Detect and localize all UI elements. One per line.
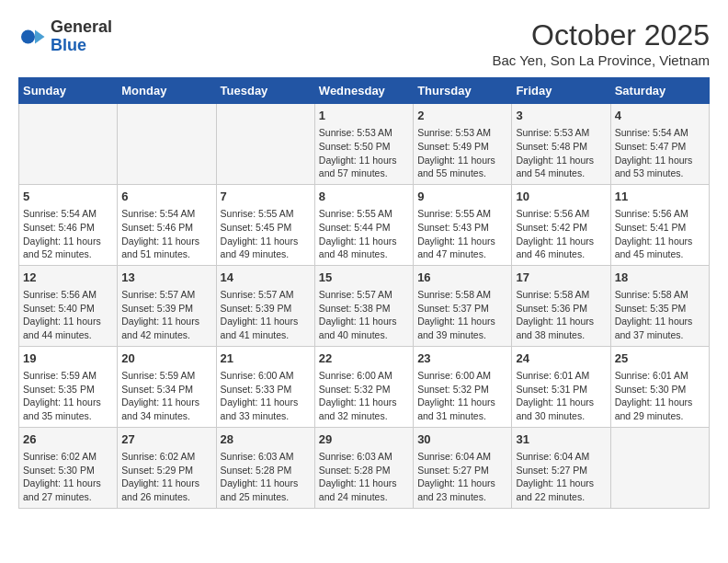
calendar-cell bbox=[216, 104, 314, 185]
calendar-cell: 15Sunrise: 5:57 AM Sunset: 5:38 PM Dayli… bbox=[314, 265, 413, 346]
day-info: Sunrise: 5:59 AM Sunset: 5:35 PM Dayligh… bbox=[23, 369, 113, 423]
weekday-header-tuesday: Tuesday bbox=[216, 78, 314, 104]
day-number: 29 bbox=[319, 431, 409, 448]
day-number: 21 bbox=[221, 350, 311, 367]
day-number: 17 bbox=[516, 270, 606, 286]
day-number: 5 bbox=[23, 189, 113, 205]
calendar-cell: 30Sunrise: 6:04 AM Sunset: 5:27 PM Dayli… bbox=[414, 427, 512, 508]
calendar-cell: 20Sunrise: 5:59 AM Sunset: 5:34 PM Dayli… bbox=[118, 346, 216, 427]
calendar-cell bbox=[118, 104, 216, 185]
day-info: Sunrise: 5:53 AM Sunset: 5:49 PM Dayligh… bbox=[417, 126, 507, 180]
calendar-cell: 8Sunrise: 5:55 AM Sunset: 5:44 PM Daylig… bbox=[314, 184, 413, 265]
day-number: 3 bbox=[516, 108, 606, 124]
calendar-cell: 22Sunrise: 6:00 AM Sunset: 5:32 PM Dayli… bbox=[314, 346, 413, 427]
calendar-cell: 18Sunrise: 5:58 AM Sunset: 5:35 PM Dayli… bbox=[610, 265, 709, 346]
day-info: Sunrise: 5:56 AM Sunset: 5:40 PM Dayligh… bbox=[23, 288, 113, 342]
calendar-cell: 23Sunrise: 6:00 AM Sunset: 5:32 PM Dayli… bbox=[414, 346, 512, 427]
day-info: Sunrise: 6:02 AM Sunset: 5:30 PM Dayligh… bbox=[23, 450, 113, 504]
day-number: 18 bbox=[615, 270, 705, 286]
calendar-cell: 28Sunrise: 6:03 AM Sunset: 5:28 PM Dayli… bbox=[216, 427, 314, 508]
day-number: 20 bbox=[121, 350, 211, 367]
week-row-1: 1Sunrise: 5:53 AM Sunset: 5:50 PM Daylig… bbox=[19, 104, 710, 185]
day-info: Sunrise: 5:59 AM Sunset: 5:34 PM Dayligh… bbox=[121, 369, 211, 423]
day-number: 13 bbox=[121, 270, 211, 286]
weekday-header-wednesday: Wednesday bbox=[314, 78, 413, 104]
calendar-cell: 2Sunrise: 5:53 AM Sunset: 5:49 PM Daylig… bbox=[414, 104, 512, 185]
day-number: 1 bbox=[319, 108, 409, 124]
calendar-cell: 31Sunrise: 6:04 AM Sunset: 5:27 PM Dayli… bbox=[512, 427, 610, 508]
day-number: 12 bbox=[23, 270, 113, 286]
day-info: Sunrise: 6:02 AM Sunset: 5:29 PM Dayligh… bbox=[121, 450, 211, 504]
week-row-3: 12Sunrise: 5:56 AM Sunset: 5:40 PM Dayli… bbox=[19, 265, 710, 346]
calendar-cell: 16Sunrise: 5:58 AM Sunset: 5:37 PM Dayli… bbox=[414, 265, 512, 346]
calendar-table: SundayMondayTuesdayWednesdayThursdayFrid… bbox=[18, 77, 710, 509]
weekday-header-monday: Monday bbox=[118, 78, 216, 104]
day-info: Sunrise: 5:55 AM Sunset: 5:45 PM Dayligh… bbox=[221, 207, 311, 261]
day-info: Sunrise: 5:57 AM Sunset: 5:38 PM Dayligh… bbox=[319, 288, 409, 342]
svg-marker-1 bbox=[35, 29, 45, 43]
day-info: Sunrise: 6:00 AM Sunset: 5:32 PM Dayligh… bbox=[319, 369, 409, 423]
day-number: 25 bbox=[615, 350, 705, 367]
calendar-cell: 13Sunrise: 5:57 AM Sunset: 5:39 PM Dayli… bbox=[118, 265, 216, 346]
calendar-cell: 29Sunrise: 6:03 AM Sunset: 5:28 PM Dayli… bbox=[314, 427, 413, 508]
calendar-cell: 14Sunrise: 5:57 AM Sunset: 5:39 PM Dayli… bbox=[216, 265, 314, 346]
day-number: 31 bbox=[516, 431, 606, 448]
calendar-cell: 7Sunrise: 5:55 AM Sunset: 5:45 PM Daylig… bbox=[216, 184, 314, 265]
weekday-header-saturday: Saturday bbox=[610, 78, 709, 104]
day-info: Sunrise: 5:56 AM Sunset: 5:41 PM Dayligh… bbox=[615, 207, 705, 261]
title-block: October 2025 Bac Yen, Son La Province, V… bbox=[492, 18, 710, 68]
day-number: 27 bbox=[121, 431, 211, 448]
calendar-cell: 26Sunrise: 6:02 AM Sunset: 5:30 PM Dayli… bbox=[19, 427, 118, 508]
day-number: 16 bbox=[417, 270, 507, 286]
week-row-5: 26Sunrise: 6:02 AM Sunset: 5:30 PM Dayli… bbox=[19, 427, 710, 508]
logo-blue-text: Blue bbox=[51, 37, 112, 55]
day-info: Sunrise: 6:01 AM Sunset: 5:30 PM Dayligh… bbox=[615, 369, 705, 423]
location-subtitle: Bac Yen, Son La Province, Vietnam bbox=[492, 52, 710, 68]
calendar-cell: 11Sunrise: 5:56 AM Sunset: 5:41 PM Dayli… bbox=[610, 184, 709, 265]
logo-icon bbox=[18, 23, 46, 51]
calendar-cell: 17Sunrise: 5:58 AM Sunset: 5:36 PM Dayli… bbox=[512, 265, 610, 346]
day-info: Sunrise: 5:53 AM Sunset: 5:50 PM Dayligh… bbox=[319, 126, 409, 180]
calendar-body: 1Sunrise: 5:53 AM Sunset: 5:50 PM Daylig… bbox=[19, 104, 710, 509]
day-number: 14 bbox=[221, 270, 311, 286]
calendar-cell: 19Sunrise: 5:59 AM Sunset: 5:35 PM Dayli… bbox=[19, 346, 118, 427]
day-number: 7 bbox=[221, 189, 311, 205]
day-number: 19 bbox=[23, 350, 113, 367]
calendar-cell: 4Sunrise: 5:54 AM Sunset: 5:47 PM Daylig… bbox=[610, 104, 709, 185]
calendar-cell: 25Sunrise: 6:01 AM Sunset: 5:30 PM Dayli… bbox=[610, 346, 709, 427]
day-info: Sunrise: 5:58 AM Sunset: 5:37 PM Dayligh… bbox=[417, 288, 507, 342]
day-number: 24 bbox=[516, 350, 606, 367]
calendar-cell bbox=[610, 427, 709, 508]
calendar-cell: 1Sunrise: 5:53 AM Sunset: 5:50 PM Daylig… bbox=[314, 104, 413, 185]
calendar-cell: 12Sunrise: 5:56 AM Sunset: 5:40 PM Dayli… bbox=[19, 265, 118, 346]
calendar-cell: 21Sunrise: 6:00 AM Sunset: 5:33 PM Dayli… bbox=[216, 346, 314, 427]
logo: General Blue bbox=[18, 18, 112, 55]
day-info: Sunrise: 5:53 AM Sunset: 5:48 PM Dayligh… bbox=[516, 126, 606, 180]
calendar-cell bbox=[19, 104, 118, 185]
day-info: Sunrise: 5:56 AM Sunset: 5:42 PM Dayligh… bbox=[516, 207, 606, 261]
day-number: 15 bbox=[319, 270, 409, 286]
weekday-header-thursday: Thursday bbox=[414, 78, 512, 104]
day-info: Sunrise: 5:55 AM Sunset: 5:44 PM Dayligh… bbox=[319, 207, 409, 261]
day-number: 4 bbox=[615, 108, 705, 124]
day-number: 23 bbox=[417, 350, 507, 367]
day-info: Sunrise: 5:55 AM Sunset: 5:43 PM Dayligh… bbox=[417, 207, 507, 261]
week-row-4: 19Sunrise: 5:59 AM Sunset: 5:35 PM Dayli… bbox=[19, 346, 710, 427]
day-info: Sunrise: 5:54 AM Sunset: 5:46 PM Dayligh… bbox=[23, 207, 113, 261]
day-info: Sunrise: 6:01 AM Sunset: 5:31 PM Dayligh… bbox=[516, 369, 606, 423]
calendar-cell: 6Sunrise: 5:54 AM Sunset: 5:46 PM Daylig… bbox=[118, 184, 216, 265]
day-number: 6 bbox=[121, 189, 211, 205]
day-info: Sunrise: 6:00 AM Sunset: 5:33 PM Dayligh… bbox=[221, 369, 311, 423]
svg-point-0 bbox=[21, 29, 35, 43]
month-title: October 2025 bbox=[492, 18, 710, 52]
day-info: Sunrise: 5:54 AM Sunset: 5:46 PM Dayligh… bbox=[121, 207, 211, 261]
calendar-cell: 9Sunrise: 5:55 AM Sunset: 5:43 PM Daylig… bbox=[414, 184, 512, 265]
weekday-header-friday: Friday bbox=[512, 78, 610, 104]
calendar-cell: 27Sunrise: 6:02 AM Sunset: 5:29 PM Dayli… bbox=[118, 427, 216, 508]
weekday-row: SundayMondayTuesdayWednesdayThursdayFrid… bbox=[19, 78, 710, 104]
calendar-cell: 24Sunrise: 6:01 AM Sunset: 5:31 PM Dayli… bbox=[512, 346, 610, 427]
day-info: Sunrise: 5:58 AM Sunset: 5:36 PM Dayligh… bbox=[516, 288, 606, 342]
day-number: 22 bbox=[319, 350, 409, 367]
calendar-cell: 10Sunrise: 5:56 AM Sunset: 5:42 PM Dayli… bbox=[512, 184, 610, 265]
day-number: 8 bbox=[319, 189, 409, 205]
